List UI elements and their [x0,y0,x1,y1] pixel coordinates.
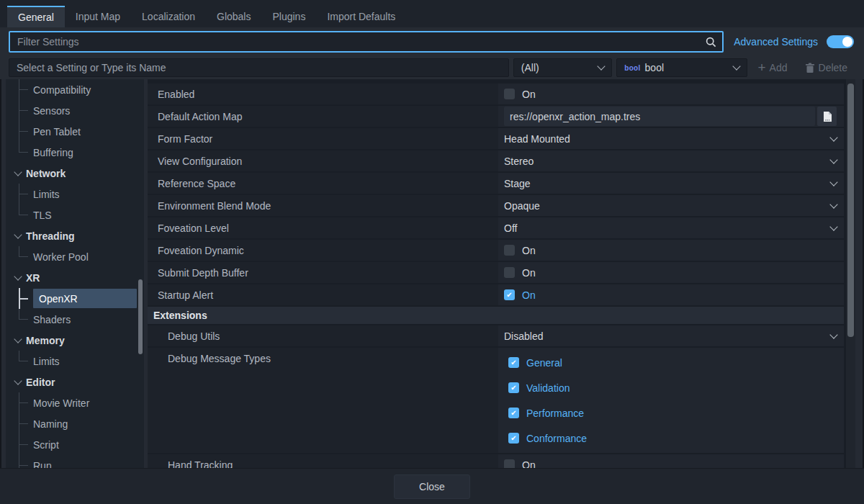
tree-item-label: Shaders [33,314,71,325]
sidebar-item-sensors[interactable]: Sensors [6,100,144,121]
sidebar-item-editor[interactable]: Editor [6,372,144,392]
sidebar-item-worker-pool[interactable]: Worker Pool [6,246,144,267]
foveation-level-dropdown[interactable]: Off [498,217,844,238]
advanced-settings-toggle[interactable] [827,35,854,48]
tree-branch-line [19,434,33,455]
checklist-item-label: Conformance [526,433,587,444]
setting-name-input-box[interactable] [9,58,509,77]
tree-item-label: Memory [26,335,65,346]
setting-row-form-factor: Form FactorHead Mounted [148,128,844,149]
checkbox[interactable] [504,89,515,99]
sidebar-item-limits[interactable]: Limits [6,351,144,372]
environment-blend-mode-dropdown[interactable]: Opaque [498,195,844,216]
setting-value-cell: On [498,454,844,468]
main-scrollbar[interactable] [846,79,855,468]
tab-general[interactable]: General [7,6,65,27]
resource-file-button[interactable] [817,107,837,126]
checkbox[interactable] [508,357,519,368]
checklist-item-label: General [526,357,562,369]
reference-space-dropdown[interactable]: Stage [498,173,844,194]
tab-import-defaults[interactable]: Import Defaults [316,6,406,27]
close-button[interactable]: Close [394,474,470,499]
tab-localization[interactable]: Localization [131,6,206,27]
filter-settings-input[interactable] [16,35,706,48]
chevron-down-icon [829,133,837,141]
setting-label: Startup Alert [158,289,213,301]
tab-plugins[interactable]: Plugins [261,6,316,27]
setting-value-cell: On [498,284,844,305]
dropdown-value: Opaque [504,200,831,212]
sidebar-item-compatibility[interactable]: Compatibility [6,79,144,100]
setting-name-input[interactable] [15,61,503,74]
debug-utils-dropdown[interactable]: Disabled [498,325,844,346]
setting-label-cell: Foveation Dynamic [148,240,498,261]
tree-item-label: Limits [33,356,60,367]
setting-label-cell: Default Action Map [148,106,498,127]
sidebar-item-run[interactable]: Run [6,455,144,468]
checkbox[interactable] [504,267,515,278]
main-scrollbar-thumb[interactable] [847,84,854,337]
category-dropdown[interactable]: (All) [513,58,612,77]
sidebar-item-limits[interactable]: Limits [6,184,144,204]
checklist-item-validation: Validation [508,375,837,400]
setting-value-cell: On [498,240,844,261]
tab-label: General [18,12,54,23]
sidebar-item-memory[interactable]: Memory [6,330,144,351]
tab-input-map[interactable]: Input Map [65,6,131,27]
sidebar-item-pen-tablet[interactable]: Pen Tablet [6,121,144,142]
setting-label: Debug Utils [168,330,220,342]
setting-label-cell: Enabled [148,84,498,104]
resource-path-field[interactable]: res://openxr_action_map.tres [504,107,815,126]
tree-item-label: Network [26,168,66,179]
checkbox[interactable] [504,245,515,256]
sidebar-item-network[interactable]: Network [6,163,144,184]
tree-branch-line [19,100,33,121]
add-button[interactable]: + Add [752,58,794,77]
sidebar-item-buffering[interactable]: Buffering [6,142,144,163]
tree-item-label: Pen Tablet [33,126,81,138]
sidebar-item-xr[interactable]: XR [6,267,144,288]
checkbox[interactable] [504,459,515,468]
delete-button[interactable]: Delete [798,58,854,77]
sidebar-item-openxr[interactable]: OpenXR [6,288,144,309]
setting-label: Foveation Dynamic [158,245,244,256]
tab-globals[interactable]: Globals [206,6,261,27]
filter-settings-input-box[interactable] [9,31,724,53]
checkbox[interactable] [508,382,519,393]
chevron-down-icon [732,62,740,70]
setting-row-foveation-level: Foveation LevelOff [148,217,844,238]
tree-item-label: Limits [33,189,60,200]
setting-label-cell: Startup Alert [148,284,498,305]
checkbox[interactable] [508,408,519,418]
setting-label-cell: Form Factor [148,128,498,149]
file-icon [822,111,832,122]
checkbox[interactable] [508,433,519,444]
setting-label-cell: Foveation Level [148,217,498,238]
sidebar-item-naming[interactable]: Naming [6,413,144,434]
checkbox[interactable] [504,289,515,300]
sidebar-item-tls[interactable]: TLS [6,204,144,225]
setting-row-startup-alert: Startup AlertOn [148,284,844,305]
setting-label: Debug Message Types [168,353,271,364]
setting-row-foveation-dynamic: Foveation DynamicOn [148,240,844,261]
tree-branch-line [19,309,33,330]
selected-tree-item[interactable]: OpenXR [33,289,137,308]
setting-label-cell: View Configuration [148,150,498,171]
tree-item-label: Compatibility [33,84,91,96]
tree-item-label: Worker Pool [33,251,89,263]
sidebar-item-script[interactable]: Script [6,434,144,455]
sidebar-item-movie-writer[interactable]: Movie Writer [6,392,144,413]
type-value: bool [645,62,729,73]
sidebar-item-threading[interactable]: Threading [6,225,144,246]
setting-label: Submit Depth Buffer [158,267,248,279]
chevron-down-icon [829,178,837,186]
view-configuration-dropdown[interactable]: Stereo [498,150,844,171]
checkbox-label: On [522,267,536,279]
sidebar-item-shaders[interactable]: Shaders [6,309,144,330]
setting-row-hand-tracking: Hand TrackingOn [148,454,844,468]
form-factor-dropdown[interactable]: Head Mounted [498,128,844,149]
resource-path-value: res://openxr_action_map.tres [510,111,640,122]
tree-item-label: Sensors [33,105,70,117]
type-dropdown[interactable]: bool bool [616,58,747,77]
tree-item-label: Script [33,439,59,451]
